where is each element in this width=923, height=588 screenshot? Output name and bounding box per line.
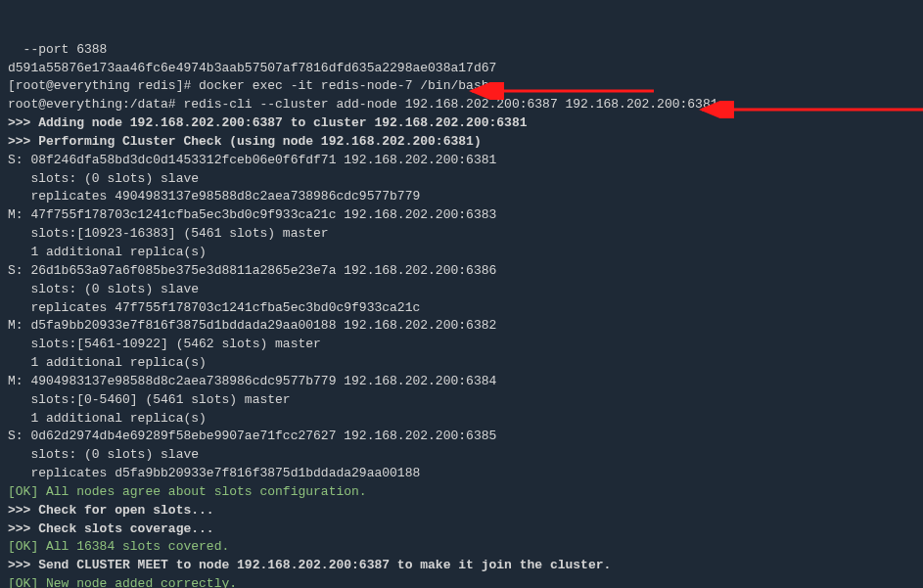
terminal-line: [OK] All nodes agree about slots configu… [8,483,915,502]
terminal-line: replicates 47f755f178703c1241cfba5ec3bd0… [8,299,915,318]
terminal-line: >>> Send CLUSTER MEET to node 192.168.20… [8,557,915,575]
annotation-arrow-1 [458,45,654,136]
terminal-line: >>> Check slots coverage... [8,520,915,539]
terminal-output[interactable]: --port 6388d591a55876e173aa46fc6e4974b3a… [8,4,915,588]
terminal-line: >>> Check for open slots... [8,502,915,520]
terminal-line: slots: (0 slots) slave [8,446,915,465]
terminal-line: 1 additional replica(s) [8,244,915,262]
terminal-line: M: 4904983137e98588d8c2aea738986cdc9577b… [8,373,915,391]
terminal-line: replicates d5fa9bb20933e7f816f3875d1bdda… [8,465,915,483]
terminal-line: M: d5fa9bb20933e7f816f3875d1bddada29aa00… [8,317,915,336]
terminal-line: M: 47f755f178703c1241cfba5ec3bd0c9f933ca… [8,206,915,225]
terminal-line: [OK] All 16384 slots covered. [8,538,915,557]
terminal-line: 1 additional replica(s) [8,410,915,429]
terminal-line: replicates 4904983137e98588d8c2aea738986… [8,188,915,206]
terminal-line: slots: (0 slots) slave [8,170,915,189]
terminal-line: [OK] New node added correctly. [8,575,915,588]
terminal-line: slots:[0-5460] (5461 slots) master [8,391,915,410]
terminal-line: 1 additional replica(s) [8,354,915,373]
terminal-line: S: 0d62d2974db4e69289f58ebe9907ae71fcc27… [8,428,915,446]
terminal-line: slots:[10923-16383] (5461 slots) master [8,225,915,244]
terminal-line: slots:[5461-10922] (5462 slots) master [8,336,915,354]
annotation-arrow-2 [688,64,923,155]
terminal-line: S: 26d1b653a97a6f085be375e3d8811a2865e23… [8,262,915,281]
terminal-line: slots: (0 slots) slave [8,281,915,299]
